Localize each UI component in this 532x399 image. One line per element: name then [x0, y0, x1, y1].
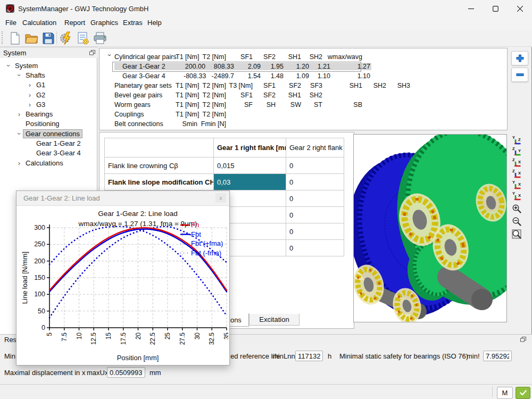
minimize-button[interactable] — [459, 0, 483, 17]
print-button[interactable] — [93, 31, 107, 45]
menu-graphics[interactable]: Graphics — [90, 19, 118, 27]
view-zx-back-button[interactable]: ZX — [510, 168, 523, 179]
tree-item-shafts[interactable]: ›Shafts — [0, 70, 97, 80]
close-button[interactable] — [508, 0, 532, 17]
svg-text:250: 250 — [34, 240, 45, 248]
tree-item-gear-connections[interactable]: ›Gear connections — [0, 129, 97, 138]
tree-item-g2[interactable]: ›G2 — [0, 90, 97, 99]
chevron-right-icon[interactable]: › — [15, 110, 23, 118]
gear-table-row[interactable]: ›Cylindrical gear pairsT1 [Nm]T2 [Nm]SF1… — [104, 52, 503, 62]
float-results-icon[interactable] — [520, 337, 526, 342]
tree-item-system[interactable]: ›System — [0, 61, 97, 70]
tab-excitation[interactable]: Excitation — [249, 314, 300, 326]
svg-text:Z: Z — [512, 146, 515, 151]
svg-text:X: X — [518, 171, 521, 176]
menu-help[interactable]: Help — [147, 19, 162, 27]
gear-row-cell: SH1 — [323, 82, 363, 89]
tree-item-g3[interactable]: ›G3 — [0, 99, 97, 109]
calculation-ok-button[interactable] — [516, 387, 530, 399]
view-zx-button[interactable]: ZX — [510, 157, 523, 168]
chevron-right-icon[interactable]: › — [26, 91, 34, 99]
tree-item-g1[interactable]: ›G1 — [0, 80, 97, 90]
calculate-button[interactable] — [59, 31, 73, 45]
view-yx-button[interactable]: YX — [510, 190, 523, 201]
tree-item-label: Gear 1-Gear 2 — [34, 139, 83, 147]
tree-item-bearings[interactable]: ›Bearings — [0, 109, 97, 119]
gear-row-cell: 808.33 — [206, 63, 235, 70]
svg-text:27.5: 27.5 — [179, 332, 186, 345]
open-folder-icon — [25, 32, 39, 44]
result-static-safety-symbol: min! — [467, 352, 480, 360]
tree-item-gear-3-gear-4[interactable]: Gear 3-Gear 4 — [0, 148, 97, 158]
calculate-lightning-icon — [59, 31, 73, 45]
mod-gear2-cell[interactable]: 0 — [286, 223, 344, 240]
3d-viewport[interactable] — [353, 134, 507, 322]
gear-table-row[interactable]: Belt connectionsSminFmin [N] — [104, 119, 503, 129]
menu-report[interactable]: Report — [64, 19, 85, 27]
gear-table-row[interactable]: Gear 3-Gear 4-808.33-2489.71.541.481.091… — [104, 71, 503, 81]
gear-row-cell: SH1 — [277, 92, 302, 99]
new-document-button[interactable] — [7, 31, 22, 45]
zoom-fit-button[interactable] — [510, 229, 523, 239]
zoom-out-button[interactable] — [510, 216, 523, 227]
gear-row-cell: SF2 — [254, 92, 277, 99]
open-file-button[interactable] — [24, 31, 39, 45]
maxux-field[interactable] — [107, 367, 145, 378]
chevron-down-icon[interactable]: › — [5, 61, 13, 70]
menu-calculation[interactable]: Calculation — [22, 19, 56, 27]
static-safety-field[interactable] — [483, 351, 512, 361]
remove-gear-pair-button[interactable] — [511, 68, 528, 82]
gear-row-cell: T2 [Nm] — [198, 92, 227, 99]
maximize-button[interactable] — [483, 0, 508, 17]
view-yz-button[interactable]: YZ — [510, 135, 523, 145]
tree-item-calculations[interactable]: ›Calculations — [0, 158, 97, 168]
minimize-icon — [468, 6, 474, 12]
result-maxux-symbol: maxUx — [87, 369, 108, 377]
mod-gear2-cell[interactable]: 0 — [286, 207, 344, 223]
view-yx-back-button[interactable]: YX — [510, 179, 523, 190]
gear-row-cell: SF2 — [254, 53, 277, 61]
gear-table-row[interactable]: Bevel gear pairsT1 [Nm]T2 [Nm]SF1SF2SH1S… — [104, 90, 503, 100]
mod-gear2-cell[interactable]: 0 — [286, 157, 344, 174]
chevron-down-icon[interactable]: › — [15, 71, 23, 79]
chevron-down-icon[interactable]: › — [15, 129, 23, 138]
tree-item-label: Shafts — [23, 71, 47, 79]
mod-gear2-cell[interactable]: 0 — [286, 190, 344, 207]
toolbar-grip[interactable] — [2, 31, 4, 44]
report-button[interactable] — [76, 31, 90, 45]
svg-text:12.5: 12.5 — [90, 332, 97, 345]
svg-text:25: 25 — [164, 332, 171, 340]
line-load-window-titlebar[interactable]: Gear 1-Gear 2: Line load x — [16, 191, 229, 206]
gear-table-row[interactable]: Worm gearsT1 [Nm]T2 [Nm]SFSHSWSTSB — [104, 100, 503, 110]
save-button[interactable] — [41, 31, 55, 45]
line-load-window[interactable]: Gear 1-Gear 2: Line load x Gear 1-Gear 2… — [16, 190, 230, 365]
gear-row-cell: ST — [302, 101, 323, 109]
float-panel-icon[interactable] — [89, 50, 95, 55]
gear-table-row[interactable]: Gear 1-Gear 2200.00808.332.091.951.201.2… — [104, 62, 503, 71]
chevron-right-icon[interactable]: › — [26, 101, 34, 109]
tree-item-positioning[interactable]: Positioning — [0, 119, 97, 129]
svg-text:X: X — [518, 160, 521, 164]
gear-table-row[interactable]: CouplingsT1 [Nm]T2 [Nm] — [104, 110, 503, 119]
units-mode-button[interactable]: M — [497, 387, 513, 399]
gear-row-cell: T1 [Nm] — [176, 53, 198, 61]
mod-gear1-cell[interactable]: 0,03 — [214, 174, 286, 190]
mod-gear2-cell[interactable]: 0 — [286, 174, 344, 190]
zoom-in-button[interactable] — [510, 203, 523, 214]
chevron-right-icon[interactable]: › — [26, 81, 34, 89]
menu-file[interactable]: File — [5, 19, 16, 27]
menu-extras[interactable]: Extras — [123, 19, 143, 27]
add-gear-pair-button[interactable] — [511, 51, 528, 65]
mod-gear2-cell[interactable]: 0 — [286, 240, 344, 256]
minlnn-field[interactable] — [295, 351, 323, 361]
svg-text:300: 300 — [34, 224, 45, 231]
chevron-right-icon[interactable]: › — [15, 159, 23, 167]
mod-gear1-cell[interactable]: 0,015 — [214, 157, 286, 174]
view-zy-button[interactable]: ZY — [510, 146, 523, 156]
line-load-window-close-button[interactable]: x — [215, 193, 226, 203]
gear-row-cell: SF1 — [227, 53, 254, 61]
gear-table-row[interactable]: Planetary gear setsT1 [Nm]T2 [Nm]T3 [Nm]… — [104, 81, 503, 90]
svg-text:Y: Y — [512, 191, 515, 196]
chevron-down-icon[interactable]: › — [106, 52, 113, 62]
tree-item-gear-1-gear-2[interactable]: Gear 1-Gear 2 — [0, 138, 97, 148]
